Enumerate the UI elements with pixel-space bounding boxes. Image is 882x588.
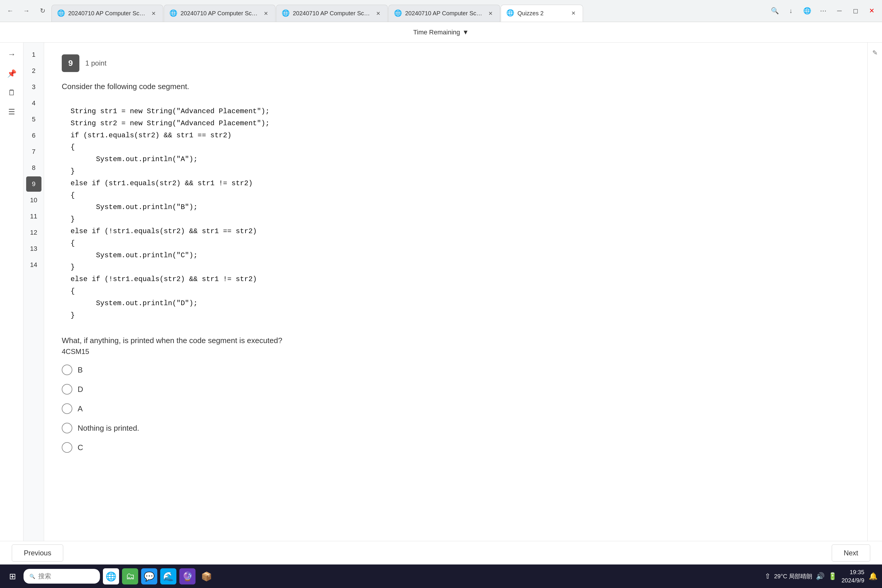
browser-tab-tab2[interactable]: 🌐20240710 AP Computer Science✕ [164,5,276,22]
question-nav-btn-13[interactable]: 13 [26,241,42,256]
question-nav-btn-1[interactable]: 1 [26,47,42,62]
taskbar-search-input[interactable] [38,572,94,580]
question-nav-btn-9[interactable]: 9 [26,176,42,192]
question-nav-btn-7[interactable]: 7 [26,144,42,159]
answer-option-opt_A[interactable]: A [62,404,850,414]
tab-close-icon[interactable]: ✕ [262,9,270,18]
content-area: 9 1 point Consider the following code se… [44,43,867,564]
browser-tab-tab1[interactable]: 🌐20240710 AP Computer Science✕ [51,5,163,22]
next-button[interactable]: Next [832,544,870,561]
translate-icon[interactable]: 🌐 [800,3,814,18]
search-icon[interactable]: 🔍 [767,3,782,18]
forward-button[interactable]: → [19,3,34,18]
taskbar-app6-icon[interactable]: 📦 [198,568,214,585]
browser-tab-tab3[interactable]: 🌐20240710 AP Computer Science✕ [276,5,388,22]
question-code-ref: 4CSM15 [62,348,850,356]
answer-option-opt_nothing[interactable]: Nothing is printed. [62,423,850,434]
question-nav-btn-3[interactable]: 3 [26,80,42,94]
weather-text: 29°C 局部晴朗 [774,572,812,580]
question-nav: 1234567891011121314 [24,43,44,564]
answer-option-opt_D[interactable]: D [62,384,850,394]
question-nav-btn-14[interactable]: 14 [26,257,42,273]
browser-actions: 🔍 ↓ 🌐 ⋯ ─ ◻ ✕ [767,3,879,18]
back-button[interactable]: ← [3,3,18,18]
sidebar-back-icon[interactable]: → [3,46,21,63]
answer-options: BDANothing is printed.C [62,364,850,453]
restore-button[interactable]: ◻ [848,3,863,18]
sidebar-list-icon[interactable]: ☰ [3,103,21,120]
taskbar-search[interactable]: 🔍 [24,569,100,584]
radio-opt_B[interactable] [62,364,72,375]
option-label-opt_C: C [78,443,83,452]
clock-date: 2024/9/9 [842,576,864,585]
notification-icon[interactable]: 🔔 [869,572,878,580]
question-nav-btn-10[interactable]: 10 [26,193,42,208]
download-icon[interactable]: ↓ [783,3,798,18]
tab-close-icon[interactable]: ✕ [374,9,382,18]
option-label-opt_B: B [78,366,82,375]
tab-favicon: 🌐 [282,9,290,18]
close-button[interactable]: ✕ [864,3,879,18]
question-nav-btn-12[interactable]: 12 [26,225,42,240]
browser-tab-tab5[interactable]: 🌐Quizzes 2✕ [501,5,583,22]
quiz-header: Time Remaining ▼ [0,22,882,43]
question-number-badge: 9 [62,54,80,72]
time-remaining[interactable]: Time Remaining ▼ [413,28,469,36]
left-sidebar: → 📌 🗒 ☰ [0,43,24,564]
radio-opt_D[interactable] [62,384,72,394]
question-header: 9 1 point [62,54,850,72]
radio-opt_nothing[interactable] [62,423,72,434]
radio-opt_A[interactable] [62,404,72,414]
bottom-nav: Previous Next [0,541,882,564]
tab-label: 20240710 AP Computer Science [180,10,259,17]
taskbar-time: 19:35 2024/9/9 [842,568,864,585]
tab-favicon: 🌐 [394,9,402,18]
option-label-opt_D: D [78,385,83,394]
reload-button[interactable]: ↻ [35,3,50,18]
question-nav-btn-5[interactable]: 5 [26,112,42,127]
tab-label: 20240710 AP Computer Science [293,10,371,17]
tab-close-icon[interactable]: ✕ [569,9,578,17]
taskbar-right: ⇧ 29°C 局部晴朗 🔊 🔋 19:35 2024/9/9 🔔 [765,568,878,585]
taskbar-app4-icon[interactable]: 🌊 [160,568,176,585]
volume-icon: 🔊 [816,572,825,580]
question-nav-btn-6[interactable]: 6 [26,128,42,143]
answer-option-opt_C[interactable]: C [62,442,850,453]
sidebar-document-icon[interactable]: 🗒 [3,84,21,101]
tab-favicon: 🌐 [170,9,178,18]
network-icon: ⇧ [765,572,771,580]
tab-favicon: 🌐 [57,9,65,18]
question-points: 1 point [85,59,106,68]
question-nav-btn-4[interactable]: 4 [26,96,42,111]
battery-icon: 🔋 [828,572,837,580]
previous-button[interactable]: Previous [12,544,63,561]
radio-opt_C[interactable] [62,442,72,453]
tab-label: 20240710 AP Computer Science [405,10,483,17]
right-sidebar: ✎ [867,43,882,564]
sidebar-pin-icon[interactable]: 📌 [3,64,21,82]
question-subtitle: What, if anything, is printed when the c… [62,336,850,345]
answer-option-opt_B[interactable]: B [62,364,850,375]
minimize-button[interactable]: ─ [832,3,847,18]
code-block: String str1 = new String("Advanced Place… [62,100,850,327]
annotation-icon[interactable]: ✎ [869,47,881,59]
clock-time: 19:35 [850,568,864,576]
tab-close-icon[interactable]: ✕ [149,9,158,18]
time-remaining-label: Time Remaining [413,28,460,36]
taskbar-chrome-icon[interactable]: 🌐 [103,568,119,585]
tab-favicon: 🌐 [506,9,514,17]
more-options-icon[interactable]: ⋯ [816,3,831,18]
browser-tab-tab4[interactable]: 🌐20240710 AP Computer Science✕ [388,5,500,22]
taskbar-app5-icon[interactable]: 🔮 [179,568,195,585]
taskbar: ⊞ 🔍 🌐 🗂 💬 🌊 🔮 📦 ⇧ 29°C 局部晴朗 🔊 🔋 19:35 20… [0,564,882,588]
option-label-opt_nothing: Nothing is printed. [78,424,140,433]
question-nav-btn-11[interactable]: 11 [26,209,42,224]
tab-close-icon[interactable]: ✕ [486,9,495,18]
taskbar-app2-icon[interactable]: 🗂 [122,568,138,585]
tab-label: 20240710 AP Computer Science [68,10,146,17]
option-label-opt_A: A [78,404,82,413]
start-button[interactable]: ⊞ [4,568,21,585]
question-nav-btn-8[interactable]: 8 [26,160,42,176]
question-nav-btn-2[interactable]: 2 [26,63,42,78]
taskbar-app3-icon[interactable]: 💬 [141,568,157,585]
